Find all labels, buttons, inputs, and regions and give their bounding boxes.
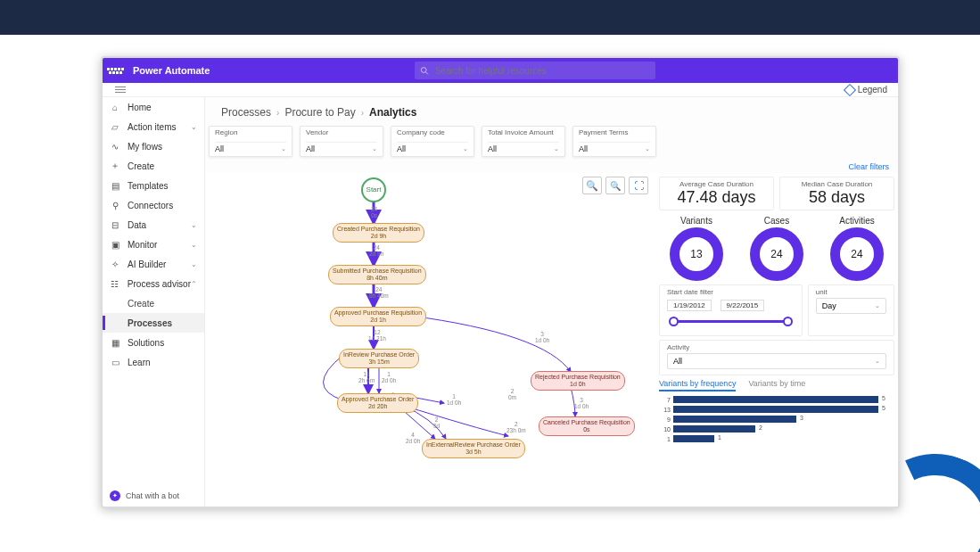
activities-donut: Activities24 bbox=[819, 214, 894, 281]
search-input[interactable] bbox=[435, 66, 651, 76]
filter-region[interactable]: RegionAll⌄ bbox=[209, 126, 292, 157]
flow-node-approved-req[interactable]: Approved Purchase Requisition2d 1h bbox=[330, 307, 426, 326]
data-icon: ⊟ bbox=[110, 219, 120, 230]
monitor-icon: ▣ bbox=[110, 239, 120, 250]
home-icon: ⌂ bbox=[110, 102, 120, 112]
flow-node-start[interactable]: Start bbox=[361, 177, 386, 202]
breadcrumb-procure[interactable]: Procure to Pay bbox=[284, 106, 355, 119]
sidebar-item-learn[interactable]: ▭Learn bbox=[103, 352, 204, 372]
bar-row: 135 bbox=[659, 405, 894, 414]
chevron-down-icon: ⌄ bbox=[191, 123, 197, 131]
templates-icon: ▤ bbox=[110, 180, 120, 191]
ai-icon: ✧ bbox=[110, 259, 120, 269]
chevron-right-icon: › bbox=[361, 108, 364, 118]
search-icon bbox=[420, 66, 429, 76]
chevron-right-icon: › bbox=[276, 108, 279, 118]
tab-variants-time[interactable]: Variants by time bbox=[748, 379, 805, 391]
unit-select[interactable]: Day⌄ bbox=[816, 298, 886, 314]
breadcrumb-current: Analytics bbox=[369, 106, 416, 119]
date-to[interactable]: 9/22/2015 bbox=[721, 300, 765, 311]
chevron-down-icon: ⌄ bbox=[875, 302, 880, 309]
bot-icon: ✦ bbox=[110, 490, 120, 501]
flow-node-submitted-req[interactable]: Submitted Purchase Requisition8h 40m bbox=[328, 265, 426, 284]
chevron-down-icon: ⌄ bbox=[875, 358, 880, 365]
svg-point-0 bbox=[422, 67, 427, 72]
chevron-down-icon: ⌄ bbox=[372, 145, 377, 152]
breadcrumb: Processes › Procure to Pay › Analytics bbox=[205, 97, 898, 126]
sidebar-subitem-create[interactable]: Create bbox=[103, 293, 204, 313]
unit-card: unit Day⌄ bbox=[808, 284, 894, 336]
legend-icon bbox=[844, 83, 856, 95]
sidebar-item-monitor[interactable]: ▣Monitor⌄ bbox=[103, 235, 204, 254]
chevron-down-icon: ⌄ bbox=[645, 145, 650, 152]
chat-bot-link[interactable]: ✦Chat with a bot bbox=[103, 485, 204, 507]
date-range-slider[interactable] bbox=[672, 320, 789, 323]
sidebar-item-solutions[interactable]: ▦Solutions bbox=[103, 333, 204, 352]
filter-vendor[interactable]: VendorAll⌄ bbox=[300, 126, 383, 157]
sidebar-item-connectors[interactable]: ⚲Connectors bbox=[103, 195, 204, 215]
search-box[interactable] bbox=[415, 62, 655, 79]
activity-select[interactable]: All⌄ bbox=[667, 353, 886, 369]
chevron-down-icon: ⌄ bbox=[554, 145, 559, 152]
filter-payment-terms[interactable]: Payment TermsAll⌄ bbox=[572, 126, 656, 157]
cases-donut: Cases24 bbox=[739, 214, 814, 281]
filter-company-code[interactable]: Company codeAll⌄ bbox=[391, 126, 474, 157]
tab-variants-frequency[interactable]: Variants by frequency bbox=[659, 379, 736, 391]
sidebar: ⌂Home ▱Action items⌄ ∿My flows ＋Create ▤… bbox=[103, 97, 205, 507]
variants-donut: Variants13 bbox=[659, 214, 734, 281]
median-duration-card: Median Case Duration 58 days bbox=[779, 177, 894, 210]
flow-node-inreview-po[interactable]: InReview Purchase Order3h 15m bbox=[339, 349, 419, 368]
sidebar-item-home[interactable]: ⌂Home bbox=[103, 97, 204, 117]
waffle-icon[interactable] bbox=[105, 61, 125, 80]
breadcrumb-processes[interactable]: Processes bbox=[221, 106, 271, 119]
sidebar-item-action-items[interactable]: ▱Action items⌄ bbox=[103, 117, 204, 136]
filter-total-invoice-amount[interactable]: Total Invoice AmountAll⌄ bbox=[482, 126, 565, 157]
sidebar-subitem-processes[interactable]: Processes bbox=[103, 313, 204, 333]
chevron-down-icon: ⌄ bbox=[191, 221, 197, 229]
sidebar-item-ai-builder[interactable]: ✧AI Builder⌄ bbox=[103, 254, 204, 274]
date-from[interactable]: 1/19/2012 bbox=[667, 300, 712, 311]
bar-row: 102 bbox=[659, 424, 894, 433]
sidebar-item-process-advisor[interactable]: ☷Process advisor⌃ bbox=[103, 274, 204, 293]
chevron-down-icon: ⌄ bbox=[281, 145, 286, 152]
flow-node-external-review[interactable]: InExternalReview Purchase Order3d 5h bbox=[422, 439, 525, 458]
sidebar-item-data[interactable]: ⊟Data⌄ bbox=[103, 215, 204, 235]
process-map: 🔍 🔍 ⛶ bbox=[205, 173, 655, 507]
svg-line-1 bbox=[426, 71, 429, 74]
header-bar: Power Automate bbox=[103, 58, 898, 83]
legend-link[interactable]: Legend bbox=[858, 85, 887, 95]
slider-thumb-start[interactable] bbox=[669, 317, 679, 326]
chevron-down-icon: ⌄ bbox=[191, 260, 197, 268]
sidebar-item-templates[interactable]: ▤Templates bbox=[103, 176, 204, 195]
variants-bar-chart: 751359310211 bbox=[659, 395, 894, 443]
avg-duration-card: Average Case Duration 47.48 days bbox=[659, 177, 774, 210]
chevron-up-icon: ⌃ bbox=[191, 280, 197, 288]
date-filter-card[interactable]: Start date filter 1/19/20129/22/2015 bbox=[659, 284, 803, 336]
action-icon: ▱ bbox=[110, 121, 120, 132]
activity-card: Activity All⌄ bbox=[659, 340, 894, 375]
slider-thumb-end[interactable] bbox=[783, 317, 793, 326]
flow-node-canceled-req[interactable]: Canceled Purchase Requisition0s bbox=[539, 416, 635, 436]
flow-node-approved-po[interactable]: Approved Purchase Order2d 20h bbox=[337, 393, 418, 413]
flows-icon: ∿ bbox=[110, 141, 120, 152]
app-title: Power Automate bbox=[133, 65, 210, 76]
app-window: Power Automate Legend ⌂Home ▱Action item… bbox=[101, 56, 900, 508]
bar-row: 75 bbox=[659, 395, 894, 404]
chevron-down-icon: ⌄ bbox=[463, 145, 468, 152]
sidebar-item-create[interactable]: ＋Create bbox=[103, 156, 204, 176]
analytics-panel: Average Case Duration 47.48 days Median … bbox=[655, 173, 898, 507]
solutions-icon: ▦ bbox=[110, 337, 120, 348]
bar-row: 11 bbox=[659, 434, 894, 443]
connectors-icon: ⚲ bbox=[110, 200, 120, 210]
plus-icon: ＋ bbox=[110, 161, 120, 171]
chevron-down-icon: ⌄ bbox=[191, 241, 197, 249]
learn-icon: ▭ bbox=[110, 357, 120, 367]
flow-node-rejected-req[interactable]: Rejected Purchase Requisition1d 0h bbox=[531, 371, 625, 391]
flow-node-created-req[interactable]: Created Purchase Requisition2d 9h bbox=[333, 223, 424, 243]
sidebar-toggle-icon[interactable] bbox=[115, 85, 126, 95]
sidebar-item-my-flows[interactable]: ∿My flows bbox=[103, 136, 204, 156]
process-icon: ☷ bbox=[110, 278, 120, 289]
bar-row: 93 bbox=[659, 415, 894, 424]
clear-filters-link[interactable]: Clear filters bbox=[205, 161, 898, 173]
